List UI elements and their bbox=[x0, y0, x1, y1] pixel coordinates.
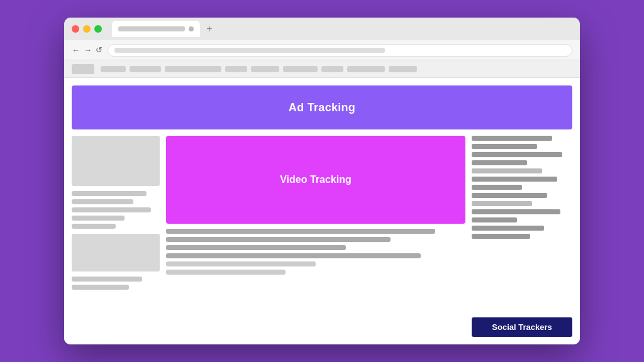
nav-icon bbox=[72, 64, 94, 74]
page-content: Ad Tracking bbox=[64, 78, 580, 344]
ad-tracking-label: Ad Tracking bbox=[289, 101, 355, 114]
left-column bbox=[72, 136, 160, 337]
nav-item-8[interactable] bbox=[347, 66, 385, 72]
left-text-lines-2 bbox=[72, 277, 160, 290]
text-line bbox=[166, 270, 286, 275]
browser-window: + ← → ↺ Ad Tracking bbox=[64, 18, 580, 344]
refresh-button[interactable]: ↺ bbox=[96, 45, 103, 55]
left-text-lines bbox=[72, 191, 160, 229]
spacer bbox=[472, 242, 572, 255]
text-line bbox=[72, 207, 151, 212]
address-text bbox=[114, 48, 385, 53]
placeholder-image-2 bbox=[72, 234, 160, 272]
social-trackers-badge[interactable]: Social Trackers bbox=[472, 317, 572, 337]
tab-title bbox=[118, 26, 185, 31]
text-line bbox=[166, 229, 435, 234]
new-tab-button[interactable]: + bbox=[203, 22, 216, 36]
right-text-line bbox=[472, 226, 544, 231]
back-button[interactable]: ← bbox=[72, 45, 80, 55]
ad-tracking-banner: Ad Tracking bbox=[72, 85, 572, 129]
text-line bbox=[72, 191, 147, 196]
secondary-bar bbox=[64, 60, 580, 78]
nav-item-6[interactable] bbox=[283, 66, 318, 72]
center-text-lines bbox=[166, 229, 465, 337]
nav-item-9[interactable] bbox=[389, 66, 417, 72]
tab-close-icon[interactable] bbox=[189, 26, 194, 31]
placeholder-image-1 bbox=[72, 136, 160, 186]
center-column: Video Tracking bbox=[166, 136, 465, 337]
text-line bbox=[72, 199, 133, 204]
nav-item-3[interactable] bbox=[165, 66, 221, 72]
right-text-line bbox=[472, 209, 560, 214]
right-text-line bbox=[472, 193, 547, 198]
right-text-line bbox=[472, 234, 530, 239]
right-text-line bbox=[472, 136, 552, 141]
close-button[interactable] bbox=[72, 25, 79, 33]
text-line bbox=[166, 253, 421, 258]
right-text-line bbox=[472, 177, 557, 182]
text-line bbox=[72, 277, 142, 282]
right-column: Social Trackers bbox=[472, 136, 572, 337]
maximize-button[interactable] bbox=[94, 25, 102, 33]
toolbar: ← → ↺ bbox=[64, 40, 580, 60]
text-line bbox=[72, 224, 116, 229]
nav-item-5[interactable] bbox=[251, 66, 279, 72]
text-line bbox=[166, 261, 316, 266]
video-tracking-label: Video Tracking bbox=[280, 174, 352, 185]
nav-item-2[interactable] bbox=[130, 66, 161, 72]
forward-button[interactable]: → bbox=[84, 45, 92, 55]
text-line bbox=[166, 237, 391, 242]
nav-buttons: ← → ↺ bbox=[72, 45, 103, 55]
text-line bbox=[72, 216, 125, 221]
tab-bar: + bbox=[112, 21, 572, 37]
right-text-line bbox=[472, 160, 527, 165]
browser-tab[interactable] bbox=[112, 21, 200, 37]
nav-item-1[interactable] bbox=[101, 66, 126, 72]
right-text-line bbox=[472, 201, 532, 206]
right-text-line bbox=[472, 168, 542, 173]
minimize-button[interactable] bbox=[83, 25, 91, 33]
title-bar: + bbox=[64, 18, 580, 40]
video-tracking-block: Video Tracking bbox=[166, 136, 465, 224]
text-line bbox=[166, 245, 346, 250]
nav-item-7[interactable] bbox=[321, 66, 343, 72]
text-line bbox=[72, 285, 129, 290]
nav-item-4[interactable] bbox=[225, 66, 247, 72]
right-text-line bbox=[472, 217, 517, 222]
right-text-line bbox=[472, 185, 522, 190]
address-bar[interactable] bbox=[108, 44, 572, 57]
main-area: Video Tracking bbox=[72, 136, 572, 337]
right-text-line bbox=[472, 144, 537, 149]
right-text-line bbox=[472, 152, 562, 157]
traffic-lights bbox=[72, 25, 102, 33]
